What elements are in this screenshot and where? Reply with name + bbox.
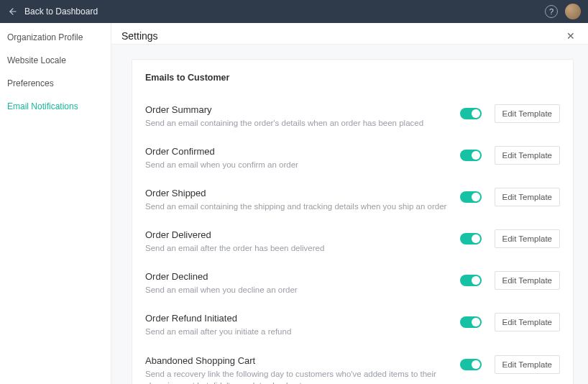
arrow-left-icon	[7, 6, 19, 17]
help-icon[interactable]: ?	[545, 5, 558, 18]
row-title: Order Declined	[145, 271, 449, 282]
topbar: Back to Dashboard ?	[0, 0, 588, 23]
row-abandoned-shopping-cart: Abandoned Shopping Cart Send a recovery …	[145, 347, 560, 384]
edit-template-button[interactable]: Edit Template	[495, 104, 560, 123]
row-desc: Send an email when you confirm an order	[145, 159, 449, 170]
close-icon[interactable]: ✕	[564, 29, 578, 42]
edit-template-button[interactable]: Edit Template	[495, 188, 560, 206]
row-title: Order Confirmed	[145, 146, 449, 157]
sidebar-item-label: Email Notifications	[7, 101, 78, 111]
row-title: Abandoned Shopping Cart	[145, 355, 449, 366]
row-controls: Edit Template	[460, 355, 560, 374]
toggle-knob	[472, 151, 480, 160]
edit-template-button[interactable]: Edit Template	[495, 355, 560, 374]
row-title: Order Summary	[145, 104, 449, 115]
toggle-order-refund-initiated[interactable]	[460, 316, 482, 328]
edit-template-button[interactable]: Edit Template	[495, 146, 560, 165]
topbar-right: ?	[545, 4, 581, 19]
content-scroll[interactable]: Emails to Customer Order Summary Send an…	[111, 45, 588, 384]
toggle-order-summary[interactable]	[460, 108, 482, 119]
sidebar: Organization Profile Website Locale Pref…	[0, 23, 111, 384]
avatar[interactable]	[565, 4, 581, 19]
toggle-abandoned-shopping-cart[interactable]	[460, 359, 482, 370]
row-order-shipped: Order Shipped Send an email containing t…	[145, 179, 560, 221]
row-desc: Send an email when you decline an order	[145, 284, 449, 296]
sidebar-item-label: Organization Profile	[7, 32, 83, 42]
sidebar-item-website-locale[interactable]: Website Locale	[0, 49, 111, 72]
row-text: Order Delivered Send an email after the …	[145, 229, 449, 254]
row-desc: Send an email containing the order's det…	[145, 117, 449, 129]
toggle-knob	[472, 318, 480, 326]
row-order-summary: Order Summary Send an email containing t…	[145, 96, 560, 137]
sidebar-item-label: Website Locale	[7, 55, 66, 65]
edit-template-button[interactable]: Edit Template	[495, 271, 560, 290]
toggle-knob	[472, 276, 480, 285]
row-title: Order Delivered	[145, 229, 449, 240]
row-order-delivered: Order Delivered Send an email after the …	[145, 221, 560, 262]
sidebar-item-preferences[interactable]: Preferences	[0, 72, 111, 95]
row-desc: Send a recovery link the following day t…	[145, 368, 449, 384]
row-order-refund-initiated: Order Refund Initiated Send an email aft…	[145, 304, 560, 346]
back-to-dashboard[interactable]: Back to Dashboard	[7, 6, 98, 17]
row-text: Order Refund Initiated Send an email aft…	[145, 313, 449, 337]
edit-template-button[interactable]: Edit Template	[495, 229, 560, 248]
sidebar-item-organization-profile[interactable]: Organization Profile	[0, 26, 111, 49]
row-text: Abandoned Shopping Cart Send a recovery …	[145, 355, 449, 384]
toggle-knob	[472, 234, 480, 243]
toggle-order-confirmed[interactable]	[460, 150, 482, 161]
toggle-knob	[472, 193, 480, 201]
row-controls: Edit Template	[460, 313, 560, 332]
row-desc: Send an email after the order has been d…	[145, 242, 449, 254]
toggle-order-delivered[interactable]	[460, 233, 482, 244]
row-order-confirmed: Order Confirmed Send an email when you c…	[145, 137, 560, 179]
row-desc: Send an email after you initiate a refun…	[145, 326, 449, 337]
row-controls: Edit Template	[460, 146, 560, 165]
row-text: Order Confirmed Send an email when you c…	[145, 146, 449, 170]
body: Organization Profile Website Locale Pref…	[0, 23, 588, 384]
row-title: Order Shipped	[145, 188, 449, 198]
section-title: Emails to Customer	[145, 73, 560, 83]
row-title: Order Refund Initiated	[145, 313, 449, 324]
page-title: Settings	[121, 30, 158, 42]
row-controls: Edit Template	[460, 271, 560, 290]
row-order-declined: Order Declined Send an email when you de…	[145, 262, 560, 304]
row-controls: Edit Template	[460, 104, 560, 123]
sidebar-item-email-notifications[interactable]: Email Notifications	[0, 95, 111, 118]
toggle-order-shipped[interactable]	[460, 191, 482, 203]
row-text: Order Shipped Send an email containing t…	[145, 188, 449, 212]
main: Settings ✕ Emails to Customer Order Summ…	[111, 23, 588, 384]
sidebar-item-label: Preferences	[7, 78, 54, 88]
row-text: Order Summary Send an email containing t…	[145, 104, 449, 129]
toggle-order-declined[interactable]	[460, 275, 482, 286]
row-controls: Edit Template	[460, 188, 560, 206]
row-desc: Send an email containing the shipping an…	[145, 201, 449, 212]
emails-card: Emails to Customer Order Summary Send an…	[132, 59, 574, 384]
toggle-knob	[472, 360, 480, 369]
back-label: Back to Dashboard	[24, 6, 98, 17]
main-header: Settings ✕	[111, 23, 588, 45]
toggle-knob	[472, 109, 480, 118]
edit-template-button[interactable]: Edit Template	[495, 313, 560, 332]
row-controls: Edit Template	[460, 229, 560, 248]
row-text: Order Declined Send an email when you de…	[145, 271, 449, 296]
